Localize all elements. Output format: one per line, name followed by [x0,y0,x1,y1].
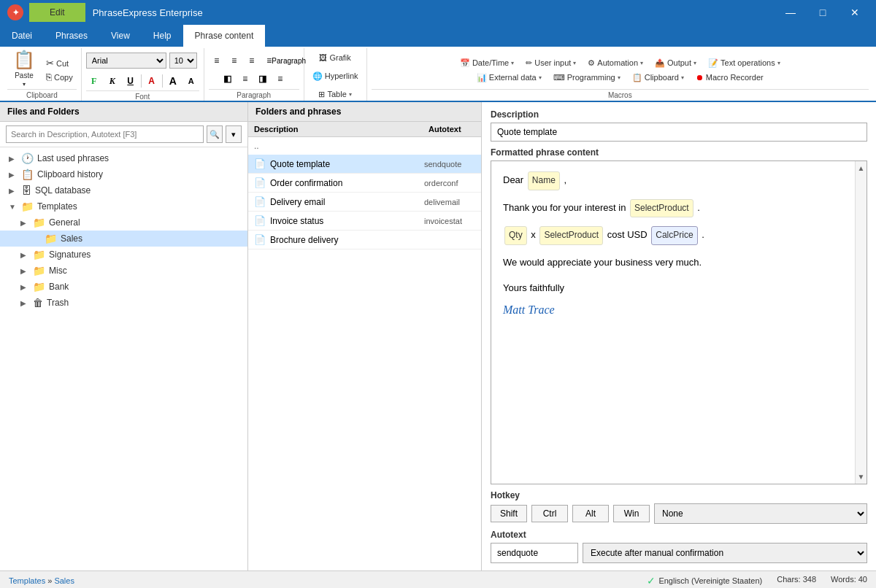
tree-item-templates[interactable]: ▼ 📁 Templates [0,198,247,214]
tree-item-bank[interactable]: ▶ 📁 Bank [0,279,247,295]
description-label: Description [491,109,867,120]
phrase-content-box: Dear Name , Thank you for your interest … [491,160,867,484]
period1-text: . [697,202,700,213]
align-list3-button[interactable]: ≡ [244,53,260,69]
datetime-button[interactable]: 📅 Date/Time ▾ [456,56,518,69]
maximize-button[interactable]: □ [807,2,838,23]
userinput-button[interactable]: ✏ User input ▾ [522,56,580,69]
words-count: Words: 40 [831,575,867,587]
hotkey-alt-button[interactable]: Alt [572,505,609,522]
autotext-execution-select[interactable]: Execute after manual confirmation [583,543,867,563]
tree-item-misc[interactable]: ▶ 📁 Misc [0,263,247,279]
paste-icon: 📋 [13,50,35,70]
phrase-row-brochure[interactable]: 📄 Brochure delivery [248,231,481,249]
phrase-content-inner[interactable]: Dear Name , Thank you for your interest … [491,161,867,469]
dotdot-row[interactable]: .. [248,137,481,155]
underline-button[interactable]: U [123,73,139,89]
hotkey-key-select[interactable]: None [654,503,867,524]
check-icon: ✓ [647,575,656,587]
faithfully-text: Yours faithfully [503,282,564,293]
app-title: PhraseExpress Enterprise [93,7,203,18]
scroll-down-arrow[interactable]: ▼ [856,471,867,482]
search-input[interactable] [6,125,204,143]
phrase-row-invoice[interactable]: 📄 Invoice status invoicestat [248,212,481,231]
search-dropdown-button[interactable]: ▾ [226,125,242,143]
clipboard-label: Clipboard [7,89,77,101]
autotext-input[interactable] [491,543,578,563]
grow-font-button[interactable]: A [165,73,181,89]
phrase-row-order[interactable]: 📄 Order confirmation orderconf [248,174,481,193]
title-bar: ✦ Edit PhraseExpress Enterprise — □ ✕ [0,0,876,25]
menu-datei[interactable]: Datei [0,25,44,47]
cut-button[interactable]: ✂ Cut [42,57,77,70]
phrase-content-scrollbar[interactable]: ▲ ▼ [855,161,867,484]
font-color-button[interactable]: A [144,73,160,89]
breadcrumb-sales[interactable]: Sales [54,576,74,585]
tree-item-sql-database[interactable]: ▶ 🗄 SQL database [0,182,247,198]
automation-button[interactable]: ⚙ Automation ▾ [584,56,647,69]
select-product1-tag[interactable]: SelectProduct [630,199,694,218]
ribbon-group-insert: 🖼 Grafik 🌐 Hyperlink ⊞ Table ▾ Insert [304,48,367,101]
close-button[interactable]: ✕ [840,2,870,23]
tree-item-signatures[interactable]: ▶ 📁 Signatures [0,247,247,263]
tree-item-last-used[interactable]: ▶ 🕐 Last used phrases [0,150,247,166]
hyperlink-button[interactable]: 🌐 Hyperlink [309,68,362,84]
table-button[interactable]: ⊞ Table ▾ [315,86,355,102]
qty-tag[interactable]: Qty [504,226,527,245]
font-family-select[interactable]: Arial [86,53,166,69]
tree-item-trash[interactable]: ▶ 🗑 Trash [0,295,247,311]
language-status: ✓ Englisch (Vereinigte Staaten) [647,575,762,587]
appreciate-text: We would appreciate your business very m… [503,257,702,268]
externaldata-button[interactable]: 📊 External data ▾ [473,71,545,84]
hotkey-label: Hotkey [491,490,867,500]
status-right: ✓ Englisch (Vereinigte Staaten) Chars: 3… [647,575,867,587]
edit-tab[interactable]: Edit [29,3,85,22]
bold-button[interactable]: F [86,73,102,89]
programming-button[interactable]: ⌨ Programming ▾ [550,71,624,84]
font-size-select[interactable]: 10 [169,53,197,69]
align-left-button[interactable]: ◧ [220,71,236,87]
tree-item-sales[interactable]: 📁 Sales [0,231,247,247]
ribbon-group-macros: 📅 Date/Time ▾ ✏ User input ▾ ⚙ Automatio… [367,48,873,101]
menu-phrase-content[interactable]: Phrase content [183,25,266,47]
hotkey-section: Hotkey Shift Ctrl Alt Win None [491,490,867,524]
tree-item-clipboard-history[interactable]: ▶ 📋 Clipboard history [0,166,247,182]
scroll-up-arrow[interactable]: ▲ [856,163,867,174]
phrase-icon-quote: 📄 [254,158,266,169]
select-product2-tag[interactable]: SelectProduct [539,226,603,245]
align-list1-button[interactable]: ≡ [209,53,225,69]
tree-item-general[interactable]: ▶ 📁 General [0,214,247,231]
minimize-button[interactable]: — [775,2,806,23]
hotkey-shift-button[interactable]: Shift [491,505,527,522]
align-center-button[interactable]: ≡ [237,71,253,87]
breadcrumb-templates[interactable]: Templates [9,576,45,585]
phrase-row-quote[interactable]: 📄 Quote template sendquote [248,155,481,174]
description-input[interactable] [491,123,867,142]
shrink-font-button[interactable]: A [183,73,199,89]
output-button[interactable]: 📤 Output ▾ [651,56,700,69]
menu-help[interactable]: Help [142,25,183,47]
hotkey-ctrl-button[interactable]: Ctrl [531,505,568,522]
phrase-icon-order: 📄 [254,177,266,188]
autotext-section: Autotext Execute after manual confirmati… [491,530,867,563]
hotkey-win-button[interactable]: Win [613,505,650,522]
main-content: Files and Folders 🔍 ▾ ▶ 🕐 Last used phra… [0,102,876,570]
align-justify-button[interactable]: ≡ [272,71,288,87]
search-button[interactable]: 🔍 [207,125,223,143]
align-right-button[interactable]: ◨ [255,71,271,87]
paste-button[interactable]: 📋 Paste ▾ [7,50,41,88]
calc-price-tag[interactable]: CalcPrice [651,226,697,245]
text-operations-button[interactable]: 📝 Text operations ▾ [704,56,784,69]
menu-phrases[interactable]: Phrases [44,25,99,47]
italic-button[interactable]: K [104,73,120,89]
clipboard-macro-button[interactable]: 📋 Clipboard ▾ [629,71,688,84]
grafik-button[interactable]: 🖼 Grafik [315,50,354,66]
name-tag[interactable]: Name [528,171,560,190]
macro-recorder-button[interactable]: ⏺ Macro Recorder [692,71,767,84]
paragraph-btn[interactable]: Paragraph [279,53,299,69]
phrase-row-delivery[interactable]: 📄 Delivery email delivemail [248,193,481,212]
status-bar: Templates » Sales ✓ Englisch (Vereinigte… [0,570,876,588]
copy-button[interactable]: ⎘ Copy [42,71,77,84]
menu-view[interactable]: View [99,25,142,47]
align-list2-button[interactable]: ≡ [226,53,242,69]
